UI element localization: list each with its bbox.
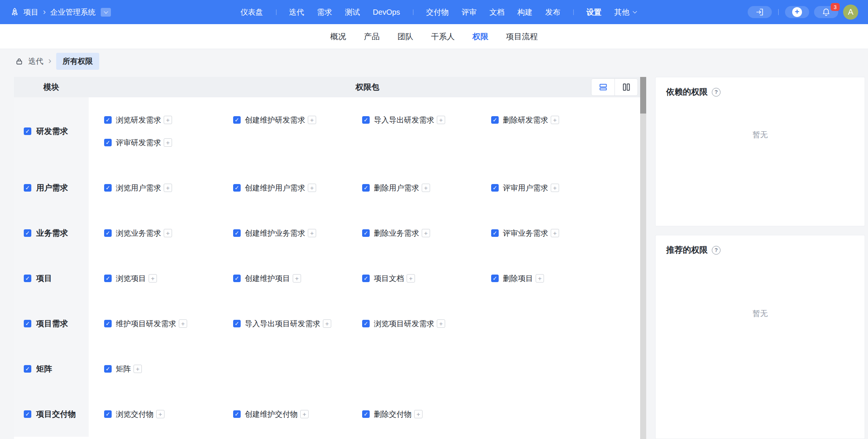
permission-checkbox-checked[interactable]: ✓ — [491, 229, 499, 237]
add-permission-point-button[interactable]: + — [551, 229, 559, 237]
module-checkbox-checked[interactable]: ✓ — [24, 184, 31, 192]
add-permission-point-button[interactable]: + — [551, 116, 559, 124]
add-permission-point-button[interactable]: + — [437, 319, 445, 328]
permission-checkbox-checked[interactable]: ✓ — [233, 116, 241, 124]
subnav-tab[interactable]: 干系人 — [431, 31, 455, 42]
module-checkbox-checked[interactable]: ✓ — [24, 410, 31, 418]
add-permission-point-button[interactable]: + — [300, 410, 309, 418]
subnav-tab[interactable]: 项目流程 — [506, 31, 538, 42]
project-switcher-button[interactable] — [101, 8, 111, 17]
project-name[interactable]: 企业管理系统 — [50, 7, 95, 17]
permission-checkbox-checked[interactable]: ✓ — [104, 410, 112, 418]
topbar-divider — [778, 9, 779, 15]
topbar-menu-item[interactable]: 评审 — [462, 7, 477, 17]
help-icon[interactable]: ? — [712, 88, 721, 97]
subnav-tab-label: 概况 — [330, 32, 346, 41]
permission-checkbox-checked[interactable]: ✓ — [104, 116, 112, 124]
permission-checkbox-checked[interactable]: ✓ — [362, 184, 370, 192]
permission-label: 删除项目 — [503, 273, 533, 284]
permission-checkbox-checked[interactable]: ✓ — [491, 116, 499, 124]
topbar-menu-item[interactable]: 仪表盘 — [240, 7, 263, 17]
permission-checkbox-checked[interactable]: ✓ — [491, 275, 499, 282]
chevron-down-icon — [633, 9, 637, 13]
module-checkbox-checked[interactable]: ✓ — [24, 320, 31, 327]
topbar-menu-item[interactable]: DevOps — [373, 8, 400, 17]
add-permission-point-button[interactable]: + — [156, 410, 164, 418]
workspace-label[interactable]: 项目 — [23, 7, 38, 17]
permission-checkbox-checked[interactable]: ✓ — [362, 320, 370, 327]
add-permission-point-button[interactable]: + — [164, 116, 172, 124]
permission-item: ✓ 维护项目研发需求 + — [104, 312, 233, 335]
permission-checkbox-checked[interactable]: ✓ — [362, 116, 370, 124]
avatar[interactable]: A — [843, 5, 858, 20]
add-permission-point-button[interactable]: + — [551, 184, 559, 192]
add-permission-point-button[interactable]: + — [414, 410, 422, 418]
permission-checkbox-checked[interactable]: ✓ — [233, 410, 241, 418]
subnav-tab[interactable]: 产品 — [364, 31, 380, 42]
module-checkbox-checked[interactable]: ✓ — [24, 365, 31, 373]
vertical-scrollbar[interactable] — [640, 77, 646, 439]
add-permission-point-button[interactable]: + — [323, 319, 331, 328]
topbar-menu-item[interactable]: 发布 — [545, 7, 561, 17]
scrollbar-thumb[interactable] — [640, 77, 646, 114]
permission-checkbox-checked[interactable]: ✓ — [362, 410, 370, 418]
add-permission-point-button[interactable]: + — [164, 229, 172, 237]
permission-checkbox-checked[interactable]: ✓ — [233, 275, 241, 282]
subnav-tab[interactable]: 概况 — [330, 31, 346, 42]
topbar-menu-item[interactable]: 其他 — [615, 7, 636, 17]
add-permission-point-button[interactable]: + — [422, 184, 430, 192]
add-permission-point-button[interactable]: + — [308, 184, 316, 192]
permission-checkbox-checked[interactable]: ✓ — [104, 275, 112, 282]
topbar-menu-item[interactable]: 需求 — [317, 7, 332, 17]
permission-checkbox-checked[interactable]: ✓ — [362, 229, 370, 237]
add-permission-point-button[interactable]: + — [308, 229, 316, 237]
permissions-grid: ✓ 浏览交付物 + ✓ 创建维护交付物 + ✓ 删除交付物 + — [89, 391, 646, 437]
add-permission-point-button[interactable]: + — [134, 365, 142, 373]
topbar-menu-item[interactable]: 迭代 — [289, 7, 304, 17]
topbar-menu-item[interactable]: 交付物 — [426, 7, 449, 17]
permission-checkbox-checked[interactable]: ✓ — [233, 320, 241, 327]
topbar-menu-item[interactable]: 构建 — [518, 7, 533, 17]
permission-item: ✓ 删除用户需求 + — [362, 177, 491, 199]
module-checkbox-checked[interactable]: ✓ — [24, 127, 31, 135]
module-checkbox-checked[interactable]: ✓ — [24, 229, 31, 237]
permission-checkbox-checked[interactable]: ✓ — [233, 184, 241, 192]
breadcrumb-parent[interactable]: 迭代 — [28, 56, 43, 66]
add-permission-point-button[interactable]: + — [149, 274, 157, 282]
permission-checkbox-checked[interactable]: ✓ — [362, 275, 370, 282]
permission-item: ✓ 浏览研发需求 + — [104, 109, 233, 131]
add-permission-point-button[interactable]: + — [164, 138, 172, 147]
layout-columns-button[interactable] — [615, 79, 638, 95]
notifications-button[interactable]: 3 — [814, 6, 838, 18]
add-permission-point-button[interactable]: + — [164, 184, 172, 192]
topbar-menu-item[interactable]: 测试 — [345, 7, 360, 17]
layout-rows-button[interactable] — [591, 79, 615, 95]
topbar-menu-item-label: DevOps — [373, 8, 400, 17]
permission-checkbox-checked[interactable]: ✓ — [104, 320, 112, 327]
breadcrumb-current[interactable]: 所有权限 — [56, 53, 99, 70]
topbar-menu-item-label: 构建 — [518, 7, 533, 17]
permission-checkbox-checked[interactable]: ✓ — [233, 229, 241, 237]
add-permission-point-button[interactable]: + — [179, 319, 187, 328]
add-permission-point-button[interactable]: + — [422, 229, 430, 237]
permission-checkbox-checked[interactable]: ✓ — [104, 139, 112, 146]
subnav-tab[interactable]: 团队 — [398, 31, 413, 42]
create-button[interactable]: + — [785, 6, 809, 18]
add-permission-point-button[interactable]: + — [293, 274, 301, 282]
add-permission-point-button[interactable]: + — [536, 274, 544, 282]
module-label: 项目交付物 — [36, 409, 76, 419]
permission-checkbox-checked[interactable]: ✓ — [104, 184, 112, 192]
module-checkbox-checked[interactable]: ✓ — [24, 275, 31, 282]
empty-state-text: 暂无 — [666, 309, 854, 319]
sign-in-out-button[interactable] — [748, 6, 772, 18]
add-permission-point-button[interactable]: + — [308, 116, 316, 124]
add-permission-point-button[interactable]: + — [407, 274, 415, 282]
help-icon[interactable]: ? — [712, 246, 721, 255]
add-permission-point-button[interactable]: + — [437, 116, 445, 124]
topbar-menu-item[interactable]: 文档 — [490, 7, 505, 17]
permission-checkbox-checked[interactable]: ✓ — [104, 365, 112, 373]
permission-checkbox-checked[interactable]: ✓ — [491, 184, 499, 192]
topbar-menu-item[interactable]: 设置 — [587, 7, 602, 17]
permission-checkbox-checked[interactable]: ✓ — [104, 229, 112, 237]
subnav-tab[interactable]: 权限 — [473, 31, 489, 42]
